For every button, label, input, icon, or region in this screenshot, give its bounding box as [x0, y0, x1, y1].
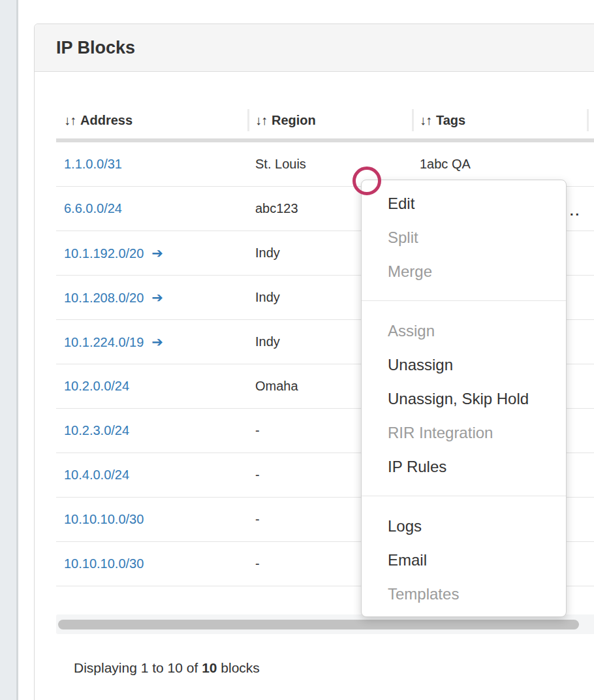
address-link[interactable]: 10.2.0.0/24 [64, 379, 129, 393]
arrow-right-icon: ➔ [151, 246, 163, 261]
column-header-label: Tags [436, 113, 465, 128]
panel-header: IP Blocks [35, 24, 594, 72]
menu-item-assign: Assign [362, 314, 566, 348]
pagination-status-suffix: blocks [221, 660, 260, 675]
arrow-right-icon: ➔ [151, 290, 163, 305]
address-link[interactable]: 10.10.10.0/30 [64, 512, 144, 526]
horizontal-scrollbar-track[interactable] [56, 614, 594, 634]
address-link[interactable]: 10.4.0.0/24 [64, 468, 129, 482]
menu-item-ip-rules[interactable]: IP Rules [362, 450, 566, 484]
click-indicator-ring [352, 167, 381, 195]
address-link[interactable]: 10.10.10.0/30 [64, 556, 144, 571]
column-header-tags[interactable]: ↓↑ Tags [412, 113, 587, 128]
address-link[interactable]: 10.2.3.0/24 [64, 423, 129, 438]
address-link[interactable]: 10.1.192.0/20 [64, 246, 144, 261]
menu-item-unassign-skip-hold[interactable]: Unassign, Skip Hold [362, 382, 566, 416]
page-title: IP Blocks [56, 38, 135, 58]
address-cell: 10.4.0.0/24 [56, 468, 247, 483]
horizontal-scrollbar-thumb[interactable] [58, 620, 579, 629]
address-link[interactable]: 1.1.0.0/31 [64, 157, 122, 171]
arrow-right-icon: ➔ [151, 334, 163, 349]
column-header-region[interactable]: ↓↑ Region [247, 113, 412, 128]
sort-icon[interactable]: ↓↑ [420, 113, 431, 128]
pagination-status: Displaying 1 to 10 of 10 blocks [74, 660, 594, 676]
table-header-row: ↓↑ Address ↓↑ Region ↓↑ Tags [56, 102, 594, 138]
pagination-status-prefix: Displaying 1 to 10 of [74, 660, 198, 675]
menu-item-edit[interactable]: Edit [362, 187, 566, 221]
address-cell: 10.10.10.0/30 [56, 512, 247, 527]
address-cell: 6.6.0.0/24 [56, 201, 247, 216]
menu-item-email[interactable]: Email [362, 543, 566, 577]
pagination-status-count: 10 [202, 660, 217, 675]
menu-item-logs[interactable]: Logs [362, 509, 566, 543]
column-divider [587, 109, 589, 131]
sort-icon[interactable]: ↓↑ [255, 113, 267, 128]
region-cell: St. Louis [247, 157, 412, 172]
column-header-address[interactable]: ↓↑ Address [56, 113, 247, 128]
menu-divider [362, 300, 566, 301]
address-cell: 10.2.0.0/24 [56, 379, 247, 394]
menu-item-templates: Templates [362, 577, 566, 611]
column-divider [412, 109, 414, 131]
left-gutter [0, 0, 18, 700]
address-link[interactable]: 10.1.224.0/19 [64, 335, 144, 349]
address-link[interactable]: 10.1.208.0/20 [64, 291, 144, 305]
column-divider [247, 109, 249, 131]
address-cell: 10.10.10.0/30 [56, 556, 247, 571]
menu-item-rir-integration: RIR Integration [362, 416, 566, 450]
address-cell: 1.1.0.0/31 [56, 157, 247, 172]
address-cell: 10.1.208.0/20➔ [56, 290, 247, 306]
column-header-label: Address [80, 113, 133, 128]
tags-cell: 1abc QA [412, 157, 587, 172]
address-link[interactable]: 6.6.0.0/24 [64, 201, 122, 215]
menu-item-merge: Merge [362, 255, 566, 289]
context-menu: EditSplitMergeAssignUnassignUnassign, Sk… [361, 180, 567, 617]
address-cell: 10.2.3.0/24 [56, 423, 247, 438]
sort-icon[interactable]: ↓↑ [64, 113, 76, 128]
menu-divider [362, 496, 566, 496]
truncated-tags-overflow: .. [570, 203, 581, 218]
column-header-label: Region [272, 113, 316, 128]
address-cell: 10.1.192.0/20➔ [56, 246, 247, 261]
menu-item-split: Split [362, 221, 566, 255]
address-cell: 10.1.224.0/19➔ [56, 334, 247, 350]
menu-item-unassign[interactable]: Unassign [362, 348, 566, 382]
